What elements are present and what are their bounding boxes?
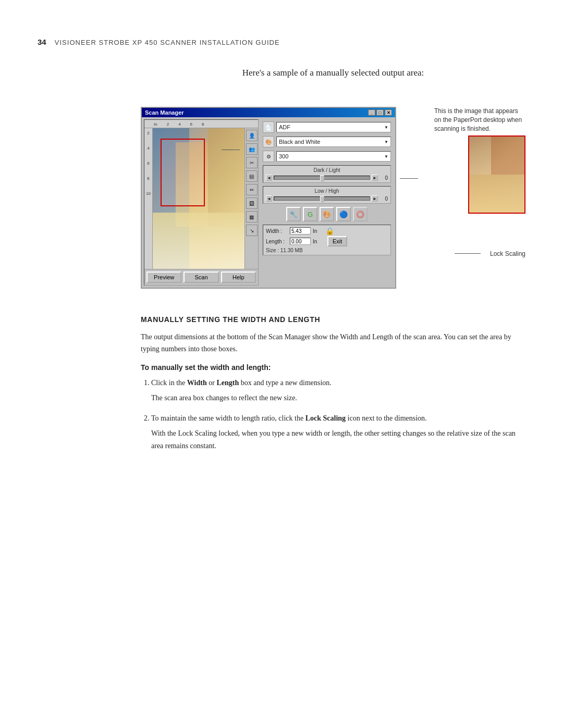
minimize-button[interactable]: _ — [368, 109, 375, 116]
preview-button[interactable]: Preview — [146, 272, 181, 283]
adf-icon: 📄 — [263, 121, 274, 133]
person-icon[interactable]: 👤 — [246, 130, 258, 141]
ruler-left: 2 4 6 8 10 — [144, 128, 153, 269]
tool-icon-row: 🔧 G 🎨 🔵 ⭕ — [263, 207, 391, 221]
tool-icon-3[interactable]: 🎨 — [320, 207, 334, 221]
low-high-left-arrow[interactable]: ◄ — [266, 195, 272, 202]
length-label: Length : — [266, 239, 288, 244]
help-button[interactable]: Help — [221, 272, 256, 283]
sub-heading-bold: To manually set the width and length: — [141, 363, 525, 372]
pencil-icon[interactable]: ✏ — [246, 184, 258, 195]
preview-buttons: Preview Scan Help — [144, 269, 258, 285]
preview-area: 2 4 6 8 10 — [144, 128, 258, 269]
connector-right-line — [400, 178, 418, 179]
manually-section-heading: Manually Setting the Width and Length — [141, 315, 525, 324]
pointer-icon[interactable]: ↘ — [246, 225, 258, 236]
step-2-detail: With the Lock Scaling locked, when you t… — [141, 427, 525, 451]
steps-list: Click in the Width or Length box and typ… — [151, 377, 525, 451]
window-controls: _ □ ✕ — [368, 109, 392, 116]
page-header: 34 Visioneer Strobe XP 450 Scanner Insta… — [38, 38, 525, 46]
low-high-value: 0 — [380, 196, 388, 202]
size-row: Size : 11.30 MB — [266, 248, 388, 253]
adjust-icon[interactable]: ▤ — [246, 170, 258, 182]
dark-light-section: Dark / Light ◄ ► 0 — [263, 165, 391, 183]
dimensions-section: Width : In 🔒 Length : In Exit Size : 11.… — [263, 225, 391, 255]
length-row: Length : In Exit — [266, 236, 388, 246]
adf-row: 📄 ADF ▼ — [263, 121, 391, 133]
low-high-track[interactable] — [274, 196, 370, 201]
thumbnail-inner — [469, 137, 524, 213]
dark-light-value: 0 — [380, 175, 388, 181]
step-1-detail: The scan area box changes to reflect the… — [141, 392, 525, 404]
lock-scaling-label: Lock Scaling — [490, 250, 525, 257]
width-label: Width : — [266, 228, 288, 234]
page-number: 34 — [38, 38, 46, 46]
preview-panel: In 2 4 6 8 2 4 6 8 10 — [144, 119, 259, 286]
tool-icon-1[interactable]: 🔧 — [286, 207, 301, 221]
thumbnail-image — [468, 135, 525, 214]
low-high-slider-row: ◄ ► 0 — [266, 195, 388, 202]
length-unit: In — [313, 239, 321, 244]
color-row: 🎨 Black and White ▼ — [263, 136, 391, 147]
connector-left-line — [222, 150, 240, 150]
dark-light-track[interactable] — [274, 176, 370, 180]
section-heading: Here's a sample of a manually selected o… — [141, 68, 525, 78]
low-high-label: Low / High — [266, 188, 388, 194]
dark-light-label: Dark / Light — [266, 167, 388, 173]
dark-light-left-arrow[interactable]: ◄ — [266, 175, 272, 181]
scan-manager-window: Scan Manager _ □ ✕ In 2 4 6 8 — [141, 107, 396, 289]
width-unit: In — [313, 228, 321, 234]
page-title: Visioneer Strobe XP 450 Scanner Installa… — [55, 39, 280, 46]
selection-box — [161, 139, 205, 206]
window-title: Scan Manager — [145, 109, 184, 116]
dpi-row: ⚙ 300 ▼ — [263, 151, 391, 162]
dpi-icon: ⚙ — [263, 151, 274, 162]
length-input[interactable] — [290, 238, 311, 245]
adf-dropdown[interactable]: ADF ▼ — [276, 122, 391, 132]
crop-icon[interactable]: ✂ — [246, 157, 258, 168]
multi-person-icon[interactable]: 👥 — [246, 143, 258, 155]
window-body: In 2 4 6 8 2 4 6 8 10 — [142, 117, 395, 288]
tool-icon-5[interactable]: ⭕ — [353, 207, 368, 221]
window-titlebar: Scan Manager _ □ ✕ — [142, 108, 395, 117]
scan-button[interactable]: Scan — [183, 272, 218, 283]
lock-scaling-line — [455, 253, 481, 254]
settings-panel: 📄 ADF ▼ 🎨 Black and White ▼ — [261, 119, 393, 286]
step-2: To maintain the same width to length rat… — [151, 412, 525, 451]
preview-toolbar: 👤 👥 ✂ ▤ ✏ 🖼 ▦ ↘ — [244, 128, 258, 269]
manually-body-text: The output dimensions at the bottom of t… — [141, 331, 525, 355]
exit-button[interactable]: Exit — [327, 236, 347, 246]
tool-icon-4[interactable]: 🔵 — [336, 207, 351, 221]
dpi-dropdown[interactable]: 300 ▼ — [276, 151, 391, 162]
dark-light-right-arrow[interactable]: ► — [372, 175, 378, 181]
low-high-section: Low / High ◄ ► 0 — [263, 186, 391, 204]
low-high-right-arrow[interactable]: ► — [372, 195, 378, 202]
width-input[interactable] — [290, 227, 311, 235]
ruler-top: In 2 4 6 8 — [144, 120, 258, 128]
layers-icon[interactable]: ▦ — [246, 211, 258, 223]
color-icon: 🎨 — [263, 136, 274, 147]
tool-icon-2[interactable]: G — [303, 207, 317, 221]
portrait-icon[interactable]: 🖼 — [246, 198, 258, 209]
width-row: Width : In 🔒 — [266, 227, 388, 235]
close-button[interactable]: ✕ — [385, 109, 392, 116]
dark-light-slider-row: ◄ ► 0 — [266, 175, 388, 181]
lock-icon[interactable]: 🔒 — [325, 227, 334, 235]
annotation-right: This is the image that appears on the Pa… — [434, 107, 525, 133]
color-dropdown[interactable]: Black and White ▼ — [276, 137, 391, 147]
main-content: Here's a sample of a manually selected o… — [141, 68, 525, 460]
maximize-button[interactable]: □ — [376, 109, 384, 116]
diagram-container: This is the area manually selected for s… — [141, 107, 525, 300]
step-1: Click in the Width or Length box and typ… — [151, 377, 525, 404]
